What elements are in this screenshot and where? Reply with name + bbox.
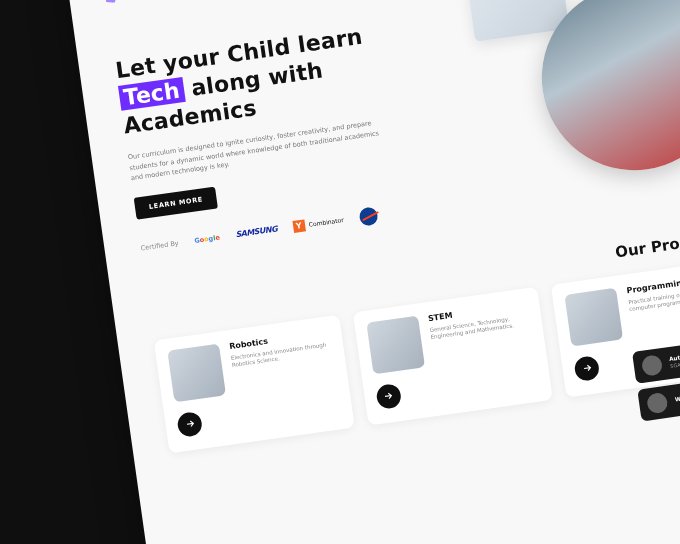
graduate-role: Wikipedia, 2023 — [675, 390, 680, 404]
landing-page: Vintellect CAPMUSES ACTIVITIES PRICING R… — [65, 0, 680, 544]
program-image — [366, 315, 425, 374]
program-title: Programming — [626, 272, 680, 295]
logo-ycombinator: YCombinator — [292, 214, 344, 233]
program-image — [565, 287, 624, 346]
logo-google: Google — [194, 233, 220, 244]
program-card-robotics[interactable]: Robotics Electronics and innovation thro… — [154, 314, 355, 453]
program-card-stem[interactable]: STEM General Science, Technology, Engine… — [352, 286, 553, 425]
logo-nasa — [358, 206, 378, 226]
avatar — [641, 354, 664, 377]
arrow-button[interactable] — [574, 355, 601, 382]
avatar — [646, 392, 669, 415]
cert-label: Certified By — [140, 239, 179, 252]
learn-more-button[interactable]: LEARN MORE — [134, 186, 219, 219]
programs-section: Our Program Robotics Electronics and inn… — [149, 227, 680, 453]
logo-samsung: SAMSUNG — [235, 225, 278, 240]
arrow-button[interactable] — [375, 383, 402, 410]
graduate-role: Automation Engineer — [669, 347, 680, 363]
brand[interactable]: Vintellect — [105, 0, 167, 4]
brand-logo-icon — [105, 0, 119, 4]
story-side-title: Wcw — [0, 314, 78, 379]
story-side-card: Wcw — [0, 298, 103, 459]
arrow-button[interactable] — [176, 410, 203, 437]
program-image — [167, 343, 226, 402]
